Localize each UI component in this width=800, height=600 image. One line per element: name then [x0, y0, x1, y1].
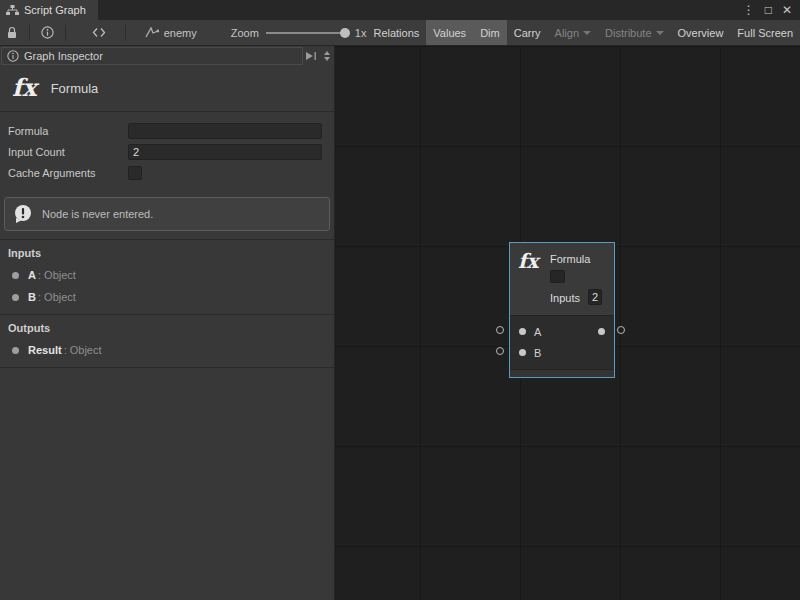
node-port-row-b: B	[510, 342, 614, 363]
inputs-section-title: Inputs	[8, 247, 326, 259]
port-name: B	[28, 291, 36, 303]
node-formula-input[interactable]	[550, 270, 565, 283]
close-icon[interactable]: ✕	[782, 4, 792, 16]
port-name: Result	[28, 344, 62, 356]
cache-arguments-label: Cache Arguments	[8, 167, 128, 179]
script-graph-window: Script Graph ⋮ □ ✕	[0, 0, 800, 600]
formula-node-header: fx Formula Inputs 2	[510, 243, 614, 315]
scroll-up-icon[interactable]	[324, 51, 330, 55]
zoom-slider-handle[interactable]	[340, 28, 350, 38]
node-ports: A B	[510, 315, 614, 369]
formula-field-row: Formula	[8, 120, 322, 141]
values-button[interactable]: Values	[426, 20, 473, 45]
toolbar-separator	[125, 25, 126, 41]
cache-arguments-field-row: Cache Arguments	[8, 162, 322, 183]
unit-title-block: fx Formula	[0, 65, 334, 111]
toolbar-buttons: Relations Values Dim Carry Align Distrib…	[366, 20, 800, 45]
overview-button[interactable]: Overview	[671, 20, 731, 45]
port-type: Object	[64, 344, 102, 356]
input-count-input[interactable]	[128, 144, 322, 160]
input-port-a[interactable]	[519, 328, 526, 335]
scroll-spinner[interactable]	[319, 51, 334, 61]
graph-inspector-panel: Graph Inspector fx Formula Formula	[0, 46, 335, 600]
lock-icon[interactable]	[0, 20, 24, 45]
port-label: A	[534, 326, 541, 338]
pin-icon[interactable]	[303, 51, 319, 61]
full-screen-button[interactable]: Full Screen	[730, 20, 800, 45]
port-name: A	[28, 269, 36, 281]
tab-title: Script Graph	[24, 4, 86, 16]
info-icon[interactable]	[35, 20, 59, 45]
outputs-section-title: Outputs	[8, 322, 326, 334]
warning-text: Node is never entered.	[42, 208, 153, 220]
unconnected-port-ring-result[interactable]	[617, 326, 625, 334]
input-port-row-b: B Object	[8, 286, 326, 308]
dim-button[interactable]: Dim	[473, 20, 507, 45]
zoom-slider[interactable]	[266, 26, 348, 40]
unit-fields: Formula Input Count Cache Arguments	[0, 112, 334, 191]
port-bullet-icon	[12, 272, 19, 279]
node-port-row-a: A	[510, 321, 614, 342]
node-inputs-label: Inputs	[550, 292, 580, 304]
inputs-section: Inputs A Object B Object	[0, 240, 334, 314]
port-type: Object	[38, 291, 76, 303]
distribute-label: Distribute	[605, 27, 651, 39]
carry-button[interactable]: Carry	[507, 20, 548, 45]
port-bullet-icon	[12, 347, 19, 354]
info-icon	[7, 50, 19, 62]
toolbar-separator	[29, 25, 30, 41]
align-dropdown[interactable]: Align	[548, 20, 598, 45]
node-title: Formula	[550, 253, 590, 265]
output-port-result[interactable]	[598, 328, 605, 335]
output-port-row-result: Result Object	[8, 339, 326, 361]
target-icon	[145, 27, 159, 39]
menu-icon[interactable]: ⋮	[743, 4, 755, 16]
input-count-field-row: Input Count	[8, 141, 322, 162]
graph-target[interactable]: enemy	[145, 27, 197, 39]
port-label: B	[534, 347, 541, 359]
node-footer	[510, 369, 614, 377]
relations-button[interactable]: Relations	[366, 20, 426, 45]
zoom-value: 1x	[355, 27, 367, 39]
divider	[0, 367, 334, 368]
node-input-count-field[interactable]: 2	[588, 289, 602, 305]
outputs-section: Outputs Result Object	[0, 315, 334, 367]
target-label: enemy	[164, 27, 197, 39]
input-port-row-a: A Object	[8, 264, 326, 286]
code-icon[interactable]	[86, 20, 110, 45]
port-type: Object	[38, 269, 76, 281]
window-controls: ⋮ □ ✕	[743, 0, 800, 20]
formula-field-label: Formula	[8, 125, 128, 137]
warning-icon	[13, 204, 33, 224]
warning-box: Node is never entered.	[4, 197, 330, 231]
formula-fx-icon: fx	[518, 251, 539, 271]
cache-arguments-checkbox[interactable]	[128, 166, 142, 180]
align-label: Align	[555, 27, 579, 39]
input-count-label: Input Count	[8, 146, 128, 158]
inspector-title: Graph Inspector	[24, 50, 103, 62]
formula-node[interactable]: fx Formula Inputs 2 A B	[509, 242, 615, 378]
zoom-label: Zoom	[231, 27, 259, 39]
inspector-header-box[interactable]: Graph Inspector	[1, 47, 303, 65]
unit-title: Formula	[51, 81, 99, 96]
chevron-down-icon	[583, 31, 591, 35]
graph-toolbar: enemy Zoom 1x Relations Values Dim Carry…	[0, 20, 800, 46]
input-port-b[interactable]	[519, 349, 526, 356]
maximize-icon[interactable]: □	[765, 4, 772, 16]
zoom-control: Zoom 1x	[231, 26, 367, 40]
unconnected-port-ring-b[interactable]	[496, 347, 504, 355]
scroll-down-icon[interactable]	[324, 57, 330, 61]
script-graph-icon	[6, 5, 19, 16]
port-bullet-icon	[12, 294, 19, 301]
distribute-dropdown[interactable]: Distribute	[598, 20, 670, 45]
zoom-slider-track	[266, 32, 348, 34]
graph-canvas[interactable]: fx Formula Inputs 2 A B	[335, 46, 800, 600]
formula-input[interactable]	[128, 123, 322, 139]
titlebar: Script Graph ⋮ □ ✕	[0, 0, 800, 20]
chevron-down-icon	[656, 31, 664, 35]
inspector-header: Graph Inspector	[0, 46, 334, 65]
toolbar-separator	[65, 25, 66, 41]
formula-fx-icon: fx	[12, 76, 37, 100]
unconnected-port-ring-a[interactable]	[496, 326, 504, 334]
tab-script-graph[interactable]: Script Graph	[0, 0, 98, 20]
